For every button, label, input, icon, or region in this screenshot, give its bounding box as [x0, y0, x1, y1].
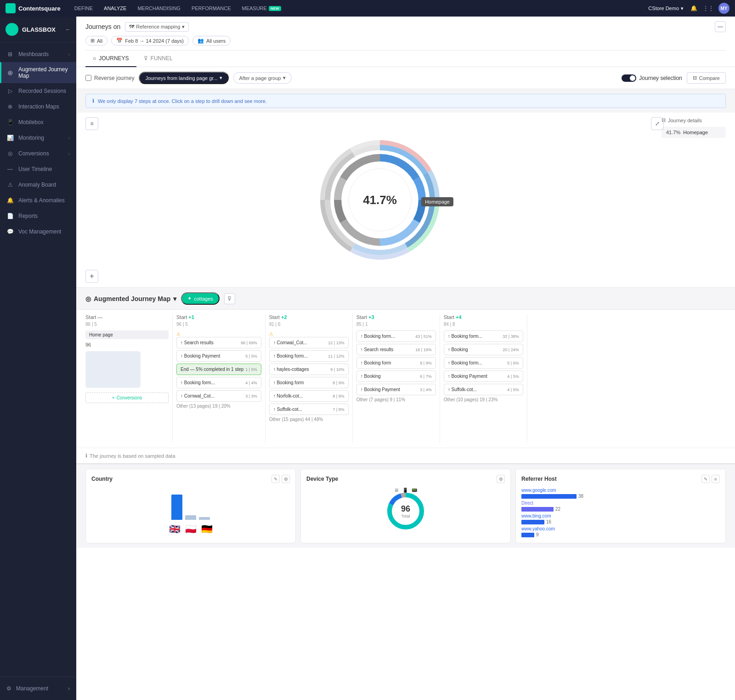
sidebar-item-recorded-sessions[interactable]: ▷ Recorded Sessions [0, 83, 76, 99]
device-settings-icon[interactable]: ⚙ [497, 475, 505, 483]
filter-date-chip[interactable]: 📅 Feb 8 → 14 2024 (7 days) [111, 36, 189, 46]
sidebar-item-monitoring[interactable]: 📊 Monitoring › [0, 130, 76, 146]
svg-point-0 [7, 5, 15, 12]
after-page-button[interactable]: After a page group ▾ [233, 72, 292, 84]
jm-card-booking-4[interactable]: ↑ Booking 20 | 24% [444, 344, 523, 355]
warning-dot-2: ⚠ [269, 331, 273, 336]
jm-card-search-results[interactable]: ↑ Search results 66 | 69% [176, 337, 261, 348]
country-bar-pl [185, 515, 196, 520]
target-icon: ◎ [6, 150, 14, 157]
jm-other-1[interactable]: Other (13 pages) 19 | 20% [176, 404, 261, 409]
timeline-icon: — [6, 165, 14, 173]
sidebar-item-augmented-journey-map[interactable]: ◎ Augmented Journey Map [0, 62, 76, 83]
jm-card-booking-payment-1[interactable]: ↑ Booking Payment 5 | 5% [176, 350, 261, 362]
referrer-yahoo-value: 9 [536, 532, 539, 537]
nav-measure[interactable]: MEASURE NEW [237, 4, 285, 13]
collapse-sidebar-button[interactable]: ← [65, 26, 71, 33]
tab-funnel[interactable]: ⊽ FUNNEL [136, 51, 180, 67]
jm-card-hayles-2[interactable]: ↑ hayles-cottages 9 | 10% [269, 364, 349, 375]
filter-users-chip[interactable]: 👥 All users [192, 36, 231, 46]
sidebar-item-management[interactable]: ⚙ Management › [6, 683, 70, 694]
jm-card-booking-form-2b[interactable]: ↑ Booking form 8 | 9% [269, 377, 349, 388]
sidebar-item-conversions[interactable]: ◎ Conversions › [0, 146, 76, 161]
jm-card-suffolk-2[interactable]: ↑ Suffolk-cot... 7 | 8% [269, 404, 349, 415]
jm-other-3[interactable]: Other (7 pages) 9 | 11% [356, 397, 436, 402]
journey-details-item[interactable]: 41.7% Homepage [662, 127, 726, 138]
sidebar-item-mobilebox[interactable]: 📱 Mobilebox [0, 114, 76, 130]
jm-card-cornwall-2[interactable]: ↑ Cornwal_Cot... 12 | 13% [269, 337, 349, 348]
reverse-journey-toggle[interactable]: Reverse journey [85, 75, 134, 81]
jm-card-booking-form-3a[interactable]: ↑ Booking form... 43 | 51% [356, 330, 436, 342]
logo[interactable]: Contentsquare [6, 3, 61, 13]
avatar[interactable]: MY [718, 3, 729, 14]
expand-chart-button[interactable]: ⤢ [651, 117, 664, 130]
journey-selection-toggle[interactable] [622, 74, 636, 82]
sidebar-item-anomaly-board[interactable]: ⚠ Anomaly Board [0, 177, 76, 193]
chevron-right-icon-management: › [68, 685, 70, 692]
referrer-list-icon[interactable]: ≡ [712, 475, 720, 483]
notifications-icon[interactable]: 🔔 [689, 4, 698, 13]
journey-from-button[interactable]: Journeys from landing page gr... ▾ [139, 72, 228, 84]
sidebar-label-meshboards: Meshboards [18, 51, 64, 57]
jm-card-booking-3[interactable]: ↑ Booking 6 | 7% [356, 370, 436, 382]
sidebar-item-user-timeline[interactable]: — User Timeline [0, 161, 76, 177]
minimize-button[interactable]: — [715, 21, 726, 32]
grid-icon: ⊞ [6, 51, 14, 58]
referrer-bing-bar-row: 16 [521, 519, 720, 524]
reference-mapping-button[interactable]: 🗺 Reference mapping ▾ [125, 22, 189, 32]
jm-card-booking-form-2[interactable]: ↑ Booking form... 11 | 12% [269, 350, 349, 362]
jm-card-booking-form-1[interactable]: ↑ Booking form... 4 | 4% [176, 377, 261, 388]
ajm-filter-button[interactable]: ⊽ [224, 293, 235, 304]
jm-card-booking-payment-3[interactable]: ↑ Booking Payment 3 | 4% [356, 384, 436, 395]
sidebar-label-user-timeline: User Timeline [18, 166, 70, 172]
donut-center-value: 41.7% [363, 193, 397, 207]
brand-name: GLASSBOX [22, 26, 56, 33]
map-icon: ◎ [6, 69, 14, 76]
jm-card-suffolk-4[interactable]: ↑ Suffolk-cot... 4 | 5% [444, 384, 523, 395]
jm-card-booking-form-4a[interactable]: ↑ Booking form... 32 | 38% [444, 330, 523, 342]
nav-merchandising[interactable]: MERCHANDISING [133, 4, 185, 13]
country-settings-icon[interactable]: ⚙ [282, 475, 290, 483]
sidebar-item-voc-management[interactable]: 💬 Voc Management [0, 224, 76, 239]
apps-grid-icon[interactable]: ⋮⋮ [704, 4, 713, 13]
jm-card-cornwall-1[interactable]: ↑ Cornwal_Cot... 3 | 3% [176, 390, 261, 402]
sidebar-item-alerts-anomalies[interactable]: 🔔 Alerts & Anomalies [0, 193, 76, 208]
donut-chart[interactable]: 41.7% Homepage [316, 136, 444, 264]
reverse-journey-checkbox[interactable] [85, 75, 91, 81]
referrer-edit-icon[interactable]: ✎ [701, 475, 710, 483]
add-conversions-button[interactable]: + Conversions [85, 393, 169, 403]
list-view-button[interactable]: ≡ [85, 117, 98, 130]
filter-all-chip[interactable]: ⊞ All [85, 36, 107, 46]
nav-define[interactable]: DEFINE [70, 4, 97, 13]
info-banner: ℹ We only display 7 steps at once. Click… [85, 94, 726, 108]
sidebar-item-reports[interactable]: 📄 Reports [0, 208, 76, 224]
nav-performance[interactable]: PERFORMANCE [187, 4, 236, 13]
add-step-button[interactable]: + [85, 270, 98, 283]
chevron-down-icon-after: ▾ [283, 75, 286, 81]
bell-icon: 🔔 [6, 197, 14, 204]
sidebar-item-interaction-maps[interactable]: ⊕ Interaction Maps [0, 99, 76, 114]
jm-card-end[interactable]: End — 5% completed in 1 step 1 | 5% [176, 364, 261, 375]
jm-card-booking-payment-4[interactable]: ↑ Booking Payment 4 | 5% [444, 370, 523, 382]
sidebar-label-alerts: Alerts & Anomalies [18, 197, 70, 204]
sidebar-item-meshboards[interactable]: ⊞ Meshboards › [0, 46, 76, 62]
jm-card-booking-form-4b[interactable]: ↑ Booking form... 5 | 6% [444, 357, 523, 369]
ajm-title[interactable]: ◎ Augmented Journey Map ▾ [85, 295, 176, 302]
plus-icon-conversions: + [112, 395, 115, 400]
nav-analyze[interactable]: ANALYZE [99, 4, 131, 13]
jm-other-4[interactable]: Other (10 pages) 19 | 23% [444, 397, 523, 402]
chevron-right-icon-monitoring: › [68, 136, 70, 141]
cottages-filter-button[interactable]: ✦ cottages [181, 292, 220, 305]
jm-card-search-3[interactable]: ↑ Search results 16 | 19% [356, 344, 436, 355]
tabs-row: ○ JOURNEYS ⊽ FUNNEL [85, 50, 726, 67]
device-donut-chart: 96 Total [306, 493, 505, 529]
country-edit-icon[interactable]: ✎ [271, 475, 280, 483]
jm-card-norfolk-2[interactable]: ↑ Norfolk-cot... 8 | 9% [269, 390, 349, 402]
jm-card-booking-form-3b[interactable]: ↑ Booking form 8 | 9% [356, 357, 436, 369]
tab-journeys[interactable]: ○ JOURNEYS [85, 51, 136, 67]
jm-other-2[interactable]: Other (15 pages) 44 | 48% [269, 417, 349, 422]
sidebar-bottom: ⚙ Management › [0, 677, 76, 700]
store-demo-selector[interactable]: CStore Demo ▾ [648, 6, 684, 11]
compare-button[interactable]: ⊟ Compare [687, 72, 726, 84]
sidebar-menu: ⊞ Meshboards › ◎ Augmented Journey Map ▷… [0, 43, 76, 677]
